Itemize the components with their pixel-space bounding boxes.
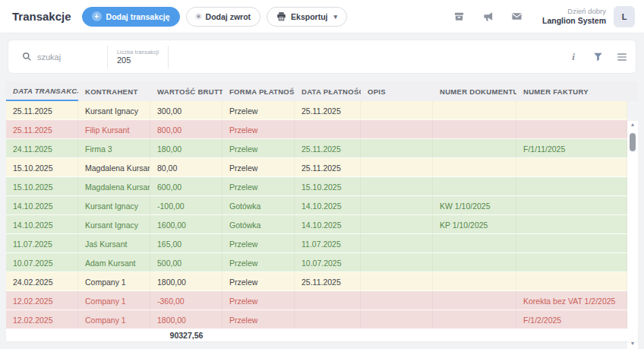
cell-wartosc_brutto: 165,00 <box>150 234 223 253</box>
cell-data_platnosci: 14.10.2025 <box>295 215 361 234</box>
column-header-forma_platnosci[interactable]: FORMA PŁATNOŚCI <box>223 81 295 101</box>
info-icon[interactable]: i <box>567 51 579 63</box>
add-return-button[interactable]: Dodaj zwrot <box>186 7 261 27</box>
table-row[interactable]: 12.02.2025Company 1-360,00PrzelewKorekta… <box>6 291 627 310</box>
archive-icon[interactable] <box>453 11 466 23</box>
cell-forma_platnosci: Gotówka <box>223 196 295 215</box>
cell-numer_dokumentu <box>433 177 516 196</box>
cell-forma_platnosci: Przelew <box>223 291 295 310</box>
cell-forma_platnosci: Przelew <box>223 120 295 139</box>
column-header-data_transakcji[interactable]: DATA TRANSAKCJI↓ <box>6 81 78 101</box>
cell-opis <box>361 310 433 329</box>
column-header-numer_faktury[interactable]: NUMER FAKTURY <box>516 81 638 101</box>
search-input[interactable] <box>37 52 92 62</box>
cell-numer_dokumentu <box>433 272 516 291</box>
add-transaction-button[interactable]: + Dodaj transakcję <box>82 7 180 27</box>
cell-opis <box>361 272 433 291</box>
transaction-count-value: 205 <box>117 56 159 65</box>
avatar[interactable]: L <box>614 6 635 27</box>
table-row[interactable]: 14.10.2025Kursant Ignacy-100,00Gotówka14… <box>6 196 627 215</box>
scrollbar-thumb[interactable] <box>630 133 636 151</box>
cell-data_transakcji: 14.10.2025 <box>6 196 78 215</box>
cell-kontrahent: Company 1 <box>78 310 150 329</box>
cell-forma_platnosci: Przelew <box>223 234 295 253</box>
cell-forma_platnosci: Przelew <box>223 139 295 158</box>
table-row[interactable]: 25.11.2025Kursant Ignacy300,00Przelew25.… <box>6 101 627 120</box>
cell-kontrahent: Jaś Kursant <box>78 234 150 253</box>
column-label: DATA PŁATNOŚCI <box>301 87 361 96</box>
export-button[interactable]: Eksportuj ▾ <box>267 7 347 27</box>
vertical-scrollbar[interactable]: ▲ ▼ <box>627 121 638 349</box>
column-header-wartosc_brutto[interactable]: WARTOŚĆ BRUTTO <box>150 81 223 101</box>
cell-numer_faktury <box>516 177 627 196</box>
topbar: Transakcje + Dodaj transakcję Dodaj zwro… <box>0 0 644 33</box>
menu-icon[interactable] <box>616 51 628 63</box>
column-header-opis[interactable]: OPIS <box>361 81 433 101</box>
cell-opis <box>361 139 433 158</box>
user-name: Langlion System <box>542 16 606 26</box>
cell-numer_dokumentu <box>433 234 516 253</box>
mail-icon[interactable] <box>510 11 524 23</box>
cell-numer_faktury: F/1/11/2025 <box>516 139 627 158</box>
table-row[interactable]: 15.10.2025Magdalena Kursant80,00Przelew2… <box>6 158 627 177</box>
cell-data_platnosci: 25.11.2025 <box>295 272 361 291</box>
cell-data_transakcji: 11.07.2025 <box>6 234 78 253</box>
cell-opis <box>361 234 433 253</box>
transaction-count-field: Liczba transakcji 205 <box>117 48 159 66</box>
add-return-label: Dodaj zwrot <box>206 12 251 21</box>
cell-data_platnosci: 25.11.2025 <box>295 139 361 158</box>
cell-kontrahent: Company 1 <box>78 272 150 291</box>
column-label: KONTRAHENT <box>85 87 138 96</box>
table-footer: 90327,56 <box>6 329 638 341</box>
table-row[interactable]: 11.07.2025Jaś Kursant165,00Przelew11.07.… <box>6 234 627 253</box>
cell-numer_faktury <box>516 196 627 215</box>
cell-data_transakcji: 14.10.2025 <box>6 215 78 234</box>
cell-numer_dokumentu <box>433 310 516 329</box>
filter-bar: Liczba transakcji 205 i <box>8 40 636 74</box>
cell-data_platnosci: 14.10.2025 <box>295 196 361 215</box>
table-row[interactable]: 12.02.2025Company 11800,00PrzelewF/1/2/2… <box>6 310 627 329</box>
cell-opis <box>361 158 433 177</box>
scroll-up-icon[interactable]: ▲ <box>630 121 636 130</box>
table-row[interactable]: 10.07.2025Adam Kursant500,00Przelew10.07… <box>6 253 627 272</box>
total-amount: 90327,56 <box>150 329 223 341</box>
column-label: WARTOŚĆ BRUTTO <box>157 87 223 96</box>
cell-kontrahent: Company 1 <box>78 291 150 310</box>
megaphone-icon[interactable] <box>481 11 495 23</box>
column-header-numer_dokumentu[interactable]: NUMER DOKUMENTU KAS... <box>433 81 516 101</box>
table-row[interactable]: 14.10.2025Kursant Ignacy1600,00Gotówka14… <box>6 215 627 234</box>
transaction-count-label: Liczba transakcji <box>117 49 159 56</box>
cell-numer_dokumentu <box>433 120 516 139</box>
cell-data_platnosci: 25.11.2025 <box>295 158 361 177</box>
cell-wartosc_brutto: 300,00 <box>150 101 223 120</box>
chevron-down-icon: ▾ <box>334 13 338 21</box>
table-row[interactable]: 24.02.2025Company 11800,00Przelew25.11.2… <box>6 272 627 291</box>
cell-kontrahent: Kursant Ignacy <box>78 101 150 120</box>
add-transaction-label: Dodaj transakcję <box>106 12 170 21</box>
cell-forma_platnosci: Gotówka <box>223 215 295 234</box>
filter-funnel-icon[interactable] <box>592 51 604 63</box>
table-row[interactable]: 25.11.2025Filip Kursant800,00Przelew <box>6 120 627 139</box>
cell-forma_platnosci: Przelew <box>223 272 295 291</box>
column-label: NUMER FAKTURY <box>523 87 589 96</box>
cell-kontrahent: Adam Kursant <box>78 253 150 272</box>
cell-numer_faktury <box>516 272 627 291</box>
search-box[interactable] <box>22 52 98 62</box>
column-header-kontrahent[interactable]: KONTRAHENT <box>78 81 150 101</box>
table-row[interactable]: 15.10.2025Magdalena Kursant600,00Przelew… <box>6 177 627 196</box>
cell-wartosc_brutto: 800,00 <box>150 120 223 139</box>
cell-wartosc_brutto: 1800,00 <box>150 310 223 329</box>
search-icon <box>22 52 32 62</box>
cell-numer_faktury: Korekta bez VAT 1/2/2025 <box>516 291 627 310</box>
table-row[interactable]: 24.11.2025Firma 3180,00Przelew25.11.2025… <box>6 139 627 158</box>
cell-numer_dokumentu <box>433 158 516 177</box>
cell-kontrahent: Firma 3 <box>78 139 150 158</box>
cell-opis <box>361 253 433 272</box>
column-label: FORMA PŁATNOŚCI <box>229 87 295 96</box>
cell-data_transakcji: 25.11.2025 <box>6 101 78 120</box>
column-header-data_platnosci[interactable]: DATA PŁATNOŚCI <box>295 81 361 101</box>
column-label: OPIS <box>368 87 386 96</box>
cell-wartosc_brutto: 80,00 <box>150 158 223 177</box>
cell-wartosc_brutto: 600,00 <box>150 177 223 196</box>
export-label: Eksportuj <box>291 12 327 21</box>
